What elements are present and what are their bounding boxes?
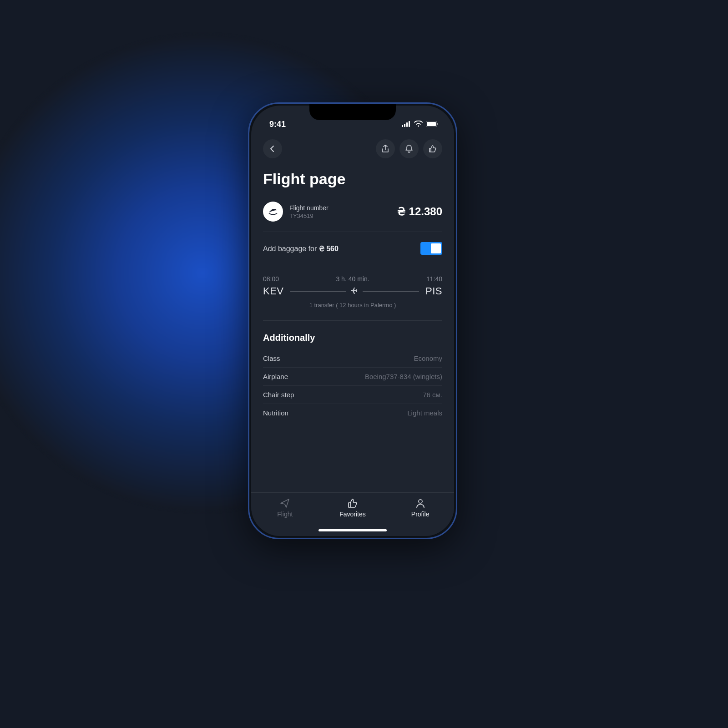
home-indicator[interactable] [318, 529, 387, 531]
notifications-button[interactable] [399, 139, 419, 158]
detail-label: Airplane [263, 373, 288, 380]
detail-value: Boeing737-834 (winglets) [365, 373, 442, 380]
tab-profile[interactable]: Profile [398, 498, 443, 518]
bell-icon [405, 145, 413, 153]
baggage-price: ₴ 560 [319, 245, 339, 253]
additionally-title: Additionally [263, 333, 442, 343]
share-button[interactable] [376, 139, 395, 158]
airline-logo-icon [266, 205, 280, 218]
tab-label: Profile [411, 511, 430, 518]
flight-price: ₴ 12.380 [397, 205, 442, 218]
detail-row-class: Class Economy [263, 349, 442, 368]
chevron-left-icon [269, 145, 276, 152]
detail-label: Nutrition [263, 409, 288, 417]
svg-rect-0 [402, 125, 403, 127]
cellular-icon [402, 120, 411, 129]
flight-header: Flight number TY34519 ₴ 12.380 [263, 202, 442, 232]
share-icon [382, 145, 389, 153]
detail-value: 76 см. [423, 391, 442, 399]
route-times: 08:00 3 h. 40 min. 11:40 [263, 275, 442, 283]
profile-icon [415, 498, 425, 508]
svg-rect-5 [427, 122, 436, 126]
plane-icon [351, 287, 358, 296]
thumbs-up-icon [348, 498, 358, 508]
svg-rect-6 [437, 123, 438, 125]
like-button[interactable] [423, 139, 442, 158]
status-right [402, 120, 439, 129]
detail-row-airplane: Airplane Boeing737-834 (winglets) [263, 368, 442, 386]
battery-icon [426, 120, 439, 129]
detail-value: Light meals [407, 409, 442, 417]
departure-time: 08:00 [263, 275, 279, 283]
thumbs-up-icon [429, 145, 436, 152]
phone-notch [309, 104, 396, 120]
detail-row-chair-step: Chair step 76 см. [263, 386, 442, 404]
additionally-section: Additionally Class Economy Airplane Boei… [263, 321, 442, 422]
flight-duration: 3 h. 40 min. [336, 275, 369, 283]
departure-code: KEV [263, 285, 284, 297]
transfer-info: 1 transfer ( 12 hours in Palermo ) [263, 302, 442, 308]
flight-header-left: Flight number TY34519 [263, 202, 329, 222]
topbar [263, 139, 442, 158]
paper-plane-icon [280, 498, 290, 508]
tab-label: Flight [277, 511, 293, 518]
detail-label: Class [263, 354, 280, 362]
phone-frame: 9:41 [248, 102, 457, 539]
detail-value: Economy [414, 354, 442, 362]
svg-rect-2 [406, 122, 408, 127]
svg-rect-3 [409, 121, 410, 127]
tab-flight[interactable]: Flight [262, 498, 308, 518]
svg-point-8 [419, 500, 422, 503]
topbar-actions [376, 139, 442, 158]
back-button[interactable] [263, 139, 282, 158]
baggage-label: Add baggage for ₴ 560 [263, 244, 339, 253]
baggage-prefix: Add baggage for [263, 245, 319, 253]
svg-rect-1 [404, 124, 405, 127]
tab-label: Favorites [339, 511, 366, 518]
status-time: 9:41 [269, 120, 286, 129]
route-line-left [290, 291, 347, 292]
route-line [290, 287, 420, 296]
arrival-code: PIS [425, 285, 442, 297]
airline-logo [263, 202, 283, 222]
detail-row-nutrition: Nutrition Light meals [263, 404, 442, 422]
baggage-row: Add baggage for ₴ 560 [263, 232, 442, 265]
route-codes: KEV PIS [263, 285, 442, 297]
tab-favorites[interactable]: Favorites [330, 498, 375, 518]
route-section: 08:00 3 h. 40 min. 11:40 KEV PIS 1 t [263, 265, 442, 321]
arrival-time: 11:40 [426, 275, 442, 283]
svg-point-7 [266, 205, 280, 218]
route-line-right [363, 291, 419, 292]
screen: 9:41 [251, 106, 454, 536]
flight-number-value: TY34519 [289, 212, 329, 219]
page-title: Flight page [263, 170, 442, 188]
flight-number-label: Flight number [289, 204, 329, 212]
content: Flight page Flight number TY34519 ₴ 12.3… [251, 131, 454, 492]
detail-label: Chair step [263, 391, 294, 399]
flight-number-block: Flight number TY34519 [289, 204, 329, 219]
baggage-toggle[interactable] [420, 242, 442, 255]
wifi-icon [414, 120, 423, 129]
